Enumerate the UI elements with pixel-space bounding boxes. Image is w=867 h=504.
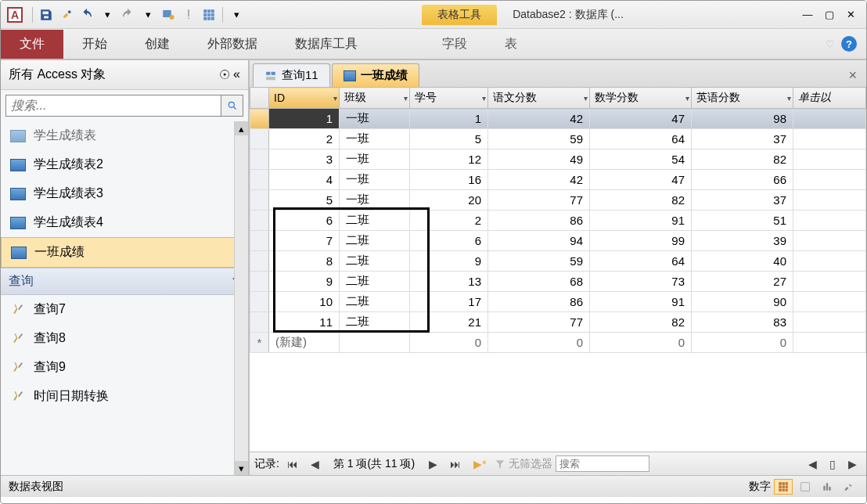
cell-chinese[interactable]: 86 (488, 211, 590, 231)
cell-sid[interactable]: 9 (410, 251, 488, 272)
cell-extra[interactable] (793, 170, 866, 190)
row-selector[interactable] (250, 109, 269, 129)
new-record-button[interactable]: ▶* (469, 456, 491, 472)
cell-id[interactable]: 2 (269, 129, 340, 149)
doc-tab-query[interactable]: 查询11 (253, 63, 330, 87)
cell-sid[interactable]: 13 (410, 272, 488, 292)
nav-group-queries[interactable]: 查询⌃ (1, 268, 248, 295)
cell-extra[interactable] (793, 312, 866, 333)
cell-math[interactable]: 47 (590, 170, 692, 190)
cell-sid[interactable]: 6 (410, 231, 488, 251)
nav-query-item[interactable]: 查询8 (1, 324, 248, 353)
row-selector[interactable] (250, 292, 269, 312)
doc-tab-active[interactable]: 一班成绩 (332, 63, 419, 87)
cell-id[interactable]: 11 (269, 312, 340, 333)
cell-english[interactable]: 27 (692, 272, 793, 292)
help-icon[interactable]: ? (841, 36, 857, 52)
row-selector[interactable] (250, 312, 269, 333)
form-wizard-icon[interactable] (160, 6, 177, 23)
cell-sid[interactable]: 16 (410, 170, 488, 190)
dropdown-icon[interactable]: ▾ (333, 94, 337, 103)
scroll-down-icon[interactable]: ▾ (235, 461, 248, 475)
hscroll-left-button[interactable]: ◀ (804, 456, 822, 472)
cell-math[interactable]: 64 (590, 251, 692, 272)
redo-dropdown-icon[interactable]: ▾ (139, 6, 156, 23)
table-row[interactable]: 6 二班 2 86 91 51 (250, 211, 866, 231)
cell-class[interactable]: 一班 (340, 170, 410, 190)
nav-query-item[interactable]: 查询7 (1, 295, 248, 324)
cell-math[interactable]: 47 (590, 109, 692, 129)
cell-extra[interactable] (793, 231, 866, 251)
tab-external-data[interactable]: 外部数据 (189, 30, 276, 59)
cell-math[interactable]: 82 (590, 312, 692, 333)
scroll-up-icon[interactable]: ▴ (235, 121, 248, 135)
row-selector[interactable] (250, 149, 269, 170)
cell-extra[interactable] (793, 292, 866, 312)
cell-sid[interactable]: 17 (410, 292, 488, 312)
cell-sid[interactable]: 21 (410, 312, 488, 333)
cell-math[interactable]: 99 (590, 231, 692, 251)
nav-header[interactable]: 所有 Access 对象 ☉ « (1, 60, 248, 90)
design-view-button[interactable] (840, 479, 858, 495)
cell-chinese[interactable]: 42 (488, 109, 590, 129)
nav-dropdown-icon[interactable]: ☉ (219, 67, 230, 82)
cell-sid[interactable]: 5 (410, 129, 488, 149)
cell-id[interactable]: 6 (269, 211, 340, 231)
cell-chinese[interactable]: 42 (488, 170, 590, 190)
table-row[interactable]: 11 二班 21 77 82 83 (250, 312, 866, 333)
col-class[interactable]: 班级▾ (340, 88, 410, 109)
cell-class[interactable]: 一班 (340, 190, 410, 211)
table-row[interactable]: 4 一班 16 42 47 66 (250, 170, 866, 190)
col-add[interactable]: 单击以 (793, 88, 866, 109)
cell-sid[interactable]: 12 (410, 149, 488, 170)
nav-table-item[interactable]: 学生成绩表4 (1, 208, 248, 237)
search-input[interactable] (5, 95, 221, 117)
cell-class[interactable]: 二班 (340, 251, 410, 272)
cell-chinese[interactable]: 94 (488, 231, 590, 251)
cell-sid[interactable]: 1 (410, 109, 488, 129)
datasheet-view-button[interactable] (774, 479, 793, 495)
cell-id[interactable]: 5 (269, 190, 340, 211)
cell-class[interactable]: 二班 (340, 272, 410, 292)
heart-icon[interactable]: ♡ (826, 38, 835, 50)
search-button[interactable] (221, 95, 243, 117)
col-math[interactable]: 数学分数▾ (590, 88, 692, 109)
pivot-view-button[interactable] (796, 479, 815, 495)
cell-english[interactable]: 90 (692, 292, 793, 312)
cell-extra[interactable] (793, 129, 866, 149)
table-row[interactable]: 1 一班 1 42 47 98 (250, 109, 866, 129)
cell-class[interactable]: 一班 (340, 129, 410, 149)
close-icon[interactable]: ✕ (843, 8, 860, 22)
cell-class[interactable]: 二班 (340, 211, 410, 231)
filter-indicator[interactable]: 无筛选器 (495, 457, 552, 471)
col-sid[interactable]: 学号▾ (410, 88, 488, 109)
cell-chinese[interactable]: 59 (488, 129, 590, 149)
cell-math[interactable]: 73 (590, 272, 692, 292)
cell-math[interactable]: 91 (590, 211, 692, 231)
cell-id[interactable]: 4 (269, 170, 340, 190)
table-row[interactable]: 9 二班 13 68 73 27 (250, 272, 866, 292)
hscroll-track[interactable]: ▯ (825, 456, 840, 472)
undo-dropdown-icon[interactable]: ▾ (99, 6, 116, 23)
record-search-input[interactable] (556, 455, 649, 472)
last-record-button[interactable]: ⏭ (445, 456, 466, 472)
cell-extra[interactable] (793, 190, 866, 211)
cell-id[interactable]: 7 (269, 231, 340, 251)
table-row[interactable]: 2 一班 5 59 64 37 (250, 129, 866, 149)
row-selector[interactable] (250, 190, 269, 211)
cell-chinese[interactable]: 49 (488, 149, 590, 170)
cell-class[interactable]: 一班 (340, 149, 410, 170)
cell-sid[interactable]: 20 (410, 190, 488, 211)
cell-extra[interactable] (793, 211, 866, 231)
cell-extra[interactable] (793, 109, 866, 129)
row-selector[interactable] (250, 129, 269, 149)
cell-english[interactable]: 98 (692, 109, 793, 129)
dropdown-icon[interactable]: ▾ (787, 94, 791, 103)
cell-id[interactable]: 8 (269, 251, 340, 272)
nav-query-item[interactable]: 时间日期转换 (1, 382, 248, 411)
cell-english[interactable]: 83 (692, 312, 793, 333)
cell-chinese[interactable]: 86 (488, 292, 590, 312)
first-record-button[interactable]: ⏮ (282, 456, 303, 472)
cell-id[interactable]: 9 (269, 272, 340, 292)
table-row[interactable]: 7 二班 6 94 99 39 (250, 231, 866, 251)
